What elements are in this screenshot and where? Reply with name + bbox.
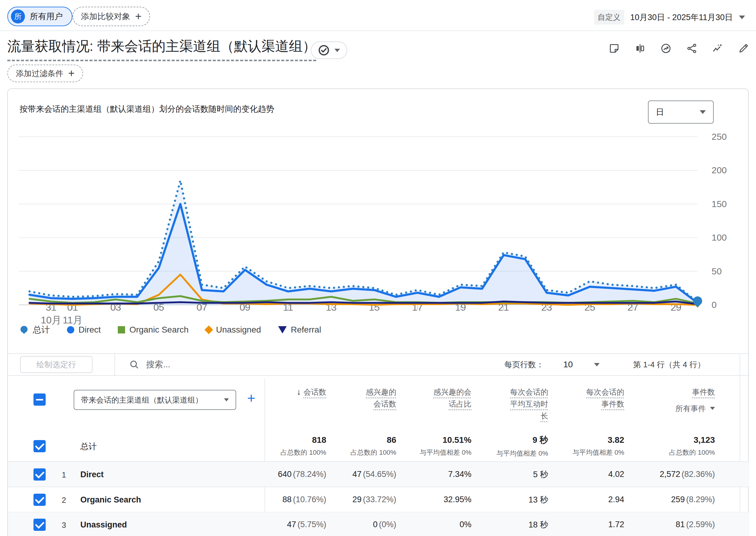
channel-name: Direct: [80, 470, 104, 479]
table-toolbar: 绘制选定行 每页行数： 10 第 1-4 行（共 4 行）: [8, 353, 749, 376]
add-comparison-button[interactable]: 添加比较对象 +: [73, 7, 150, 26]
row-checkbox[interactable]: [33, 494, 46, 506]
table-row[interactable]: 3 Unassigned 47 (5.75%) 0 (0%) 0% 18 秒 1…: [8, 512, 749, 536]
add-filter-label: 添加过滤条件: [16, 68, 63, 79]
row-checkbox[interactable]: [33, 519, 46, 531]
column-header-events-per-session[interactable]: 每次会话的事件数: [548, 386, 624, 410]
svg-text:0: 0: [711, 300, 717, 310]
plus-icon: +: [135, 11, 142, 22]
legend-label: Referral: [291, 325, 321, 335]
total-engaged-sessions: 86: [326, 435, 396, 445]
chevron-down-icon[interactable]: [594, 363, 600, 366]
chart-title: 按带来会话的主渠道组（默认渠道组）划分的会话数随时间的变化趋势: [19, 104, 274, 115]
chevron-down-icon: [700, 110, 706, 114]
square-marker-icon: [118, 326, 125, 333]
sessions-trend-chart[interactable]: 0501001502002503110月0111月030507091113151…: [8, 125, 749, 326]
svg-text:150: 150: [711, 199, 727, 209]
legend-item-unassigned[interactable]: Unassigned: [206, 325, 261, 335]
plus-icon: +: [68, 68, 75, 79]
row-rank: 1: [57, 470, 71, 480]
column-header-engagement-rate[interactable]: 感兴趣的会话占比: [396, 386, 471, 410]
total-sessions: 818: [265, 435, 326, 445]
table-totals-row: 总计 818占总数的 100% 86占总数的 100% 10.51%与平均值相差…: [8, 431, 749, 462]
legend-item-direct[interactable]: Direct: [67, 325, 101, 335]
add-filter-button[interactable]: 添加过滤条件 +: [7, 65, 83, 82]
topbar-divider: [0, 30, 756, 31]
totals-checkbox[interactable]: [33, 440, 46, 452]
rows-per-page-value[interactable]: 10: [563, 360, 573, 369]
search-input[interactable]: [146, 360, 329, 369]
row-rank: 3: [57, 520, 71, 530]
granularity-value: 日: [656, 107, 664, 117]
pagination-status: 第 1-4 行（共 4 行）: [633, 359, 705, 370]
column-header-sessions[interactable]: ↓会话数: [265, 386, 326, 398]
table-row[interactable]: 2 Organic Search 88 (10.76%) 29 (33.72%)…: [8, 487, 749, 513]
total-avg-engagement-time: 9 秒: [471, 434, 548, 446]
chevron-down-icon: [334, 49, 340, 52]
balloon-marker-icon: [19, 325, 29, 334]
svg-text:50: 50: [711, 266, 722, 276]
edit-icon[interactable]: [738, 43, 749, 54]
circle-marker-icon: [67, 326, 74, 333]
date-preset-badge: 自定义: [594, 10, 624, 25]
svg-text:200: 200: [711, 165, 727, 175]
date-range-value: 10月30日 - 2025年11月30日: [630, 12, 733, 23]
row-rank: 2: [57, 495, 71, 505]
granularity-select[interactable]: 日: [648, 100, 714, 124]
legend-label: Unassigned: [216, 325, 261, 335]
column-header-event-count[interactable]: 事件数 所有事件: [624, 386, 715, 414]
select-all-checkbox[interactable]: [33, 393, 46, 406]
chevron-down-icon: [739, 16, 745, 19]
notes-icon[interactable]: [608, 43, 620, 54]
plot-selected-rows-button[interactable]: 绘制选定行: [20, 356, 93, 373]
chevron-down-icon: [224, 398, 229, 401]
add-column-button[interactable]: +: [247, 391, 255, 405]
svg-text:250: 250: [711, 132, 727, 142]
compare-reports-icon[interactable]: [634, 43, 646, 54]
event-filter-select[interactable]: 所有事件: [624, 404, 715, 414]
channel-name: Organic Search: [80, 495, 141, 505]
dimension-select-value: 带来会话的主渠道组（默认渠道组）: [81, 395, 203, 405]
date-range-picker[interactable]: 自定义 10月30日 - 2025年11月30日: [594, 10, 745, 25]
column-header-engaged-sessions[interactable]: 感兴趣的会话数: [326, 386, 396, 410]
search-icon: [129, 359, 140, 370]
column-header-avg-engagement-time[interactable]: 每次会话的平均互动时长: [471, 386, 548, 421]
check-circle-icon: [318, 45, 330, 56]
dimension-select[interactable]: 带来会话的主渠道组（默认渠道组）: [74, 390, 236, 410]
channel-name: Unassigned: [80, 520, 127, 530]
audience-chip-label: 所有用户: [30, 11, 63, 22]
row-checkbox[interactable]: [33, 468, 46, 481]
data-quality-badge[interactable]: [311, 41, 347, 59]
legend-item-total[interactable]: 总计: [19, 324, 50, 336]
audience-chip-all-users[interactable]: 所 所有用户: [7, 7, 73, 26]
legend-label: Organic Search: [129, 325, 189, 335]
diamond-marker-icon: [205, 325, 213, 334]
share-icon[interactable]: [686, 43, 698, 54]
rows-per-page-label: 每页行数：: [504, 359, 544, 370]
chart-legend: 总计 Direct Organic Search Unassigned Refe…: [19, 324, 321, 336]
svg-text:100: 100: [711, 232, 727, 242]
toolbar-divider: [114, 353, 115, 376]
table-search[interactable]: [129, 359, 504, 370]
table-row[interactable]: 1 Direct 640 (78.24%) 47 (54.65%) 7.34% …: [8, 462, 749, 487]
page-title[interactable]: 流量获取情况: 带来会话的主渠道组（默认渠道组）: [7, 37, 316, 61]
totals-label: 总计: [80, 441, 97, 452]
legend-item-organic-search[interactable]: Organic Search: [118, 325, 189, 335]
report-card: 按带来会话的主渠道组（默认渠道组）划分的会话数随时间的变化趋势 日 050100…: [7, 88, 749, 536]
triangle-marker-icon: [278, 326, 287, 333]
chevron-down-icon: [710, 407, 715, 410]
add-comparison-label: 添加比较对象: [81, 11, 130, 22]
total-engagement-rate: 10.51%: [396, 435, 471, 445]
total-events-per-session: 3.82: [548, 435, 624, 445]
analytics-report-page: 所 所有用户 添加比较对象 + 自定义 10月30日 - 2025年11月30日…: [0, 0, 756, 536]
sparkline-insights-icon[interactable]: [712, 43, 723, 54]
legend-label: Direct: [79, 325, 101, 335]
total-event-count: 3,123: [624, 435, 715, 445]
legend-label: 总计: [33, 324, 50, 336]
audience-avatar: 所: [11, 10, 25, 23]
table-header-row: 带来会话的主渠道组（默认渠道组） + ↓会话数 感兴趣的会话数 感兴趣的会话占比…: [8, 379, 749, 431]
legend-item-referral[interactable]: Referral: [278, 325, 321, 335]
insights-icon[interactable]: [660, 43, 672, 54]
sort-descending-icon: ↓: [297, 387, 301, 397]
